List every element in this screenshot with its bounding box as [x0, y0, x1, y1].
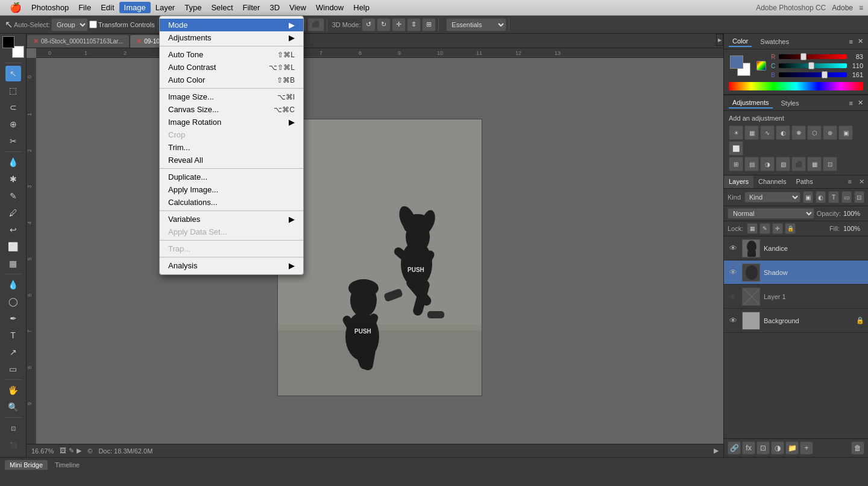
- layer-shadow-visibility[interactable]: 👁: [728, 268, 738, 277]
- menu-filter[interactable]: Filter: [238, 2, 265, 13]
- layer-1-visibility[interactable]: 👁: [728, 292, 738, 301]
- panel-collapse-btn[interactable]: ▶: [716, 34, 723, 46]
- menu-auto-contrast[interactable]: Auto Contrast ⌥⇧⌘L: [160, 61, 303, 74]
- bw-adj-btn[interactable]: ▣: [838, 125, 853, 140]
- menu-trim[interactable]: Trim...: [160, 141, 303, 154]
- menu-auto-tone[interactable]: Auto Tone ⇧⌘L: [160, 48, 303, 61]
- lock-all-btn[interactable]: 🔒: [785, 223, 796, 234]
- layer-1[interactable]: 👁 Layer 1: [724, 285, 868, 309]
- path-select-tool[interactable]: ↗: [5, 344, 21, 360]
- 3d-scale-btn[interactable]: ⊞: [422, 18, 436, 31]
- menu-duplicate[interactable]: Duplicate...: [160, 171, 303, 183]
- gradient-tool[interactable]: ▦: [5, 256, 21, 271]
- menu-photoshop[interactable]: Photoshop: [27, 2, 74, 13]
- layer-kandice[interactable]: 👁 Kandice: [724, 236, 868, 260]
- levels-adj-btn[interactable]: ▦: [744, 125, 759, 140]
- layers-tab[interactable]: Layers: [724, 175, 753, 188]
- channels-tab[interactable]: Channels: [753, 175, 791, 188]
- 3d-slide-btn[interactable]: ⇕: [407, 18, 421, 31]
- lock-image-btn[interactable]: ✎: [760, 223, 770, 234]
- workspace-dropdown[interactable]: Essentials Photography 3D: [446, 18, 506, 31]
- move-tool[interactable]: ↖: [5, 66, 21, 81]
- threshold-adj-btn[interactable]: ⬛: [791, 157, 806, 171]
- nav-arrow[interactable]: ▶: [714, 447, 719, 455]
- lasso-tool[interactable]: ⊂: [5, 99, 21, 115]
- filter-pixel-btn[interactable]: ▣: [803, 191, 813, 203]
- photo-filter-adj-btn[interactable]: ⬜: [729, 141, 743, 156]
- adjustments-tab[interactable]: Adjustments: [729, 98, 773, 109]
- menu-view[interactable]: View: [285, 2, 311, 13]
- b-slider-thumb[interactable]: [822, 71, 828, 78]
- hue-sat-adj-btn[interactable]: ⬡: [807, 125, 822, 140]
- filter-type-btn[interactable]: T: [828, 191, 838, 203]
- link-layers-btn[interactable]: 🔗: [728, 441, 741, 455]
- invert-adj-btn[interactable]: ◑: [760, 157, 775, 171]
- layers-panel-menu[interactable]: ≡: [844, 175, 855, 188]
- menu-variables[interactable]: Variables ▶: [160, 213, 303, 226]
- history-brush-tool[interactable]: ↩: [5, 222, 21, 238]
- color-fg-swatch[interactable]: [730, 55, 743, 69]
- shape-tool[interactable]: ▭: [5, 361, 21, 377]
- add-layer-style-btn[interactable]: fx: [742, 441, 755, 455]
- menu-select[interactable]: Select: [206, 2, 237, 13]
- menu-image[interactable]: Image: [119, 2, 151, 13]
- styles-tab[interactable]: Styles: [778, 98, 803, 108]
- layers-panel-close[interactable]: ✕: [855, 175, 868, 188]
- layer-background-visibility[interactable]: 👁: [728, 316, 738, 325]
- filter-shape-btn[interactable]: ▭: [841, 191, 852, 203]
- vibrance-adj-btn[interactable]: ❋: [791, 125, 806, 140]
- posterize-adj-btn[interactable]: ▧: [776, 157, 790, 171]
- menu-canvas-size[interactable]: Canvas Size... ⌥⌘C: [160, 103, 303, 116]
- color-panel-close[interactable]: ✕: [858, 37, 863, 45]
- delete-layer-btn[interactable]: 🗑: [851, 441, 864, 455]
- c-slider-track[interactable]: [779, 63, 847, 68]
- paths-tab[interactable]: Paths: [791, 175, 818, 188]
- spot-heal-tool[interactable]: ✱: [5, 171, 21, 187]
- menu-mode[interactable]: Mode ▶: [160, 19, 303, 31]
- curves-adj-btn[interactable]: ∿: [760, 125, 775, 140]
- arrange-btn[interactable]: ⬛: [307, 18, 324, 31]
- adjustments-panel-menu[interactable]: ≡: [849, 99, 853, 107]
- menu-auto-color[interactable]: Auto Color ⇧⌘B: [160, 74, 303, 86]
- channel-mixer-adj-btn[interactable]: ⊞: [729, 157, 743, 171]
- create-group-btn[interactable]: 📁: [785, 441, 799, 455]
- auto-select-dropdown[interactable]: Group Layer: [51, 18, 88, 31]
- quick-mask-btn[interactable]: ⊡: [5, 420, 21, 436]
- 3d-rotate-btn[interactable]: ↺: [362, 18, 376, 31]
- pen-tool[interactable]: ✒: [5, 311, 21, 326]
- menu-window[interactable]: Window: [311, 2, 348, 13]
- screen-mode-btn[interactable]: ⬛: [5, 437, 21, 453]
- color-tab[interactable]: Color: [729, 36, 752, 47]
- clone-stamp-tool[interactable]: 🖊: [5, 205, 21, 221]
- quick-select-tool[interactable]: ⊕: [5, 116, 21, 132]
- transform-controls-checkbox[interactable]: [89, 21, 97, 28]
- eraser-tool[interactable]: ⬜: [5, 239, 21, 254]
- blend-mode-select[interactable]: Normal Dissolve Multiply Screen Overlay: [728, 208, 814, 219]
- timeline-tab[interactable]: Timeline: [50, 460, 84, 470]
- hand-tool[interactable]: 🖐: [5, 382, 21, 398]
- menu-3d[interactable]: 3D: [265, 2, 285, 13]
- 3d-roll-btn[interactable]: ↻: [377, 18, 391, 31]
- mini-bridge-tab[interactable]: Mini Bridge: [5, 460, 48, 470]
- layers-kind-select[interactable]: Kind Name Effect Mode Attribute Color Sm…: [744, 192, 800, 203]
- menu-image-size[interactable]: Image Size... ⌥⌘I: [160, 90, 303, 103]
- create-new-layer-btn[interactable]: +: [800, 441, 813, 455]
- menu-analysis[interactable]: Analysis ▶: [160, 259, 303, 272]
- menu-type[interactable]: Type: [180, 2, 206, 13]
- b-slider-track[interactable]: [779, 72, 847, 77]
- color-panel-menu[interactable]: ≡: [849, 38, 853, 45]
- crop-tool[interactable]: ✂: [5, 133, 21, 149]
- layer-shadow[interactable]: 👁 Shadow: [724, 260, 868, 285]
- r-slider-track[interactable]: [779, 54, 847, 59]
- c-slider-thumb[interactable]: [808, 62, 814, 69]
- text-tool[interactable]: T: [5, 327, 21, 343]
- selective-color-adj-btn[interactable]: ⊡: [823, 157, 837, 171]
- r-slider-thumb[interactable]: [800, 53, 807, 60]
- brush-tool[interactable]: ✎: [5, 188, 21, 204]
- foreground-color-swatch[interactable]: [2, 36, 14, 48]
- adjustments-panel-close[interactable]: ✕: [858, 99, 863, 107]
- opacity-value[interactable]: 100%: [843, 210, 864, 217]
- menu-apply-image[interactable]: Apply Image...: [160, 183, 303, 196]
- menu-image-rotation[interactable]: Image Rotation ▶: [160, 116, 303, 128]
- 3d-pan-btn[interactable]: ✛: [392, 18, 406, 31]
